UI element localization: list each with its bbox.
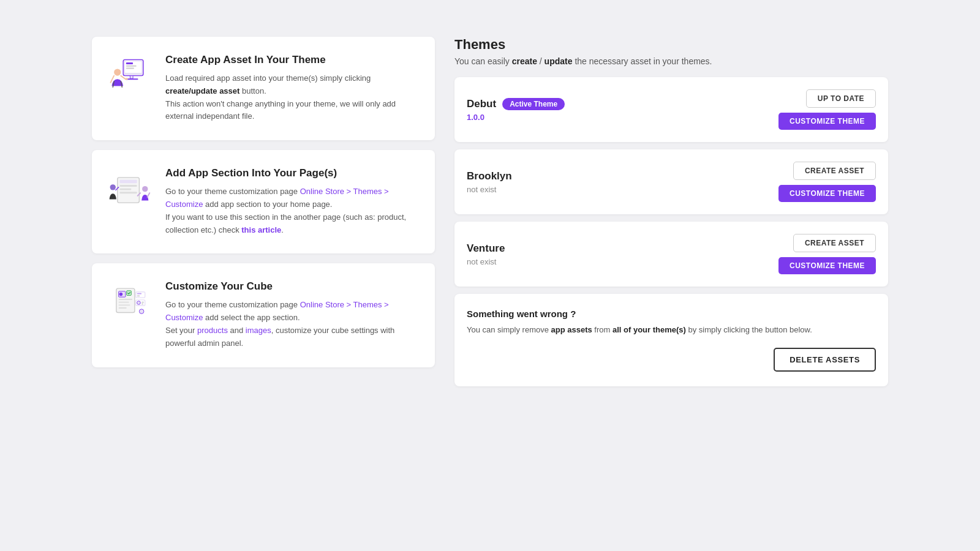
delete-assets-button[interactable]: DELETE ASSETS [774, 348, 876, 372]
something-wrong-card: Something went wrong ? You can simply re… [454, 294, 888, 386]
svg-rect-26 [137, 296, 140, 297]
theme-debut-info: Debut Active Theme 1.0.0 [467, 98, 565, 122]
theme-brooklyn-actions: CREATE ASSET CUSTOMIZE THEME [778, 162, 876, 202]
add-section-text: Go to your theme customization page Onli… [165, 186, 418, 236]
images-link[interactable]: images [246, 326, 271, 335]
left-column: Create App Asset In Your Theme Load requ… [92, 37, 435, 386]
theme-debut-version: 1.0.0 [467, 113, 565, 122]
online-store-link-1[interactable]: Online Store > Themes > Customize [165, 187, 389, 209]
brooklyn-create-asset-button[interactable]: CREATE ASSET [793, 162, 876, 180]
page-wrapper: Create App Asset In Your Theme Load requ… [92, 37, 888, 386]
svg-rect-10 [119, 180, 137, 184]
debut-name-text: Debut [467, 98, 496, 110]
brooklyn-customize-button[interactable]: CUSTOMIZE THEME [778, 185, 876, 202]
customize-cube-card: Customize Your Cube Go to your theme cus… [92, 263, 435, 367]
svg-rect-12 [119, 189, 131, 190]
svg-point-7 [114, 69, 121, 75]
svg-point-15 [142, 186, 148, 192]
active-theme-badge: Active Theme [502, 98, 565, 110]
theme-brooklyn-info: Brooklyn not exist [467, 170, 512, 194]
create-asset-title: Create App Asset In Your Theme [165, 54, 418, 66]
svg-point-31 [139, 309, 144, 314]
create-asset-card: Create App Asset In Your Theme Load requ… [92, 37, 435, 140]
theme-venture-name: Venture [467, 242, 505, 255]
all-themes-bold: all of your theme(s) [612, 325, 686, 334]
create-asset-content: Create App Asset In Your Theme Load requ… [165, 54, 418, 123]
svg-rect-4 [126, 68, 134, 69]
create-asset-bold: create/update asset [165, 86, 239, 96]
venture-create-asset-button[interactable]: CREATE ASSET [793, 234, 876, 252]
theme-venture-info: Venture not exist [467, 242, 505, 266]
create-asset-text: Load required app asset into your theme(… [165, 72, 418, 123]
right-column: Themes You can easily create / update th… [454, 37, 888, 386]
svg-rect-25 [137, 293, 141, 294]
add-section-card: Add App Section Into Your Page(s) Go to … [92, 150, 435, 253]
add-section-content: Add App Section Into Your Page(s) Go to … [165, 167, 418, 236]
something-wrong-actions: DELETE ASSETS [467, 348, 876, 372]
svg-rect-24 [135, 292, 145, 298]
themes-title: Themes [454, 37, 888, 53]
create-asset-illustration [104, 54, 153, 100]
svg-rect-22 [118, 307, 126, 309]
add-section-illustration [104, 167, 153, 213]
customize-cube-title: Customize Your Cube [165, 280, 418, 293]
subtitle-update: update [545, 56, 573, 66]
theme-venture-status: not exist [467, 257, 505, 266]
svg-rect-5 [130, 76, 133, 79]
up-to-date-button[interactable]: UP TO DATE [806, 89, 876, 108]
svg-rect-2 [126, 62, 132, 64]
customize-cube-text: Go to your theme customization page Onli… [165, 299, 418, 350]
svg-point-28 [137, 301, 140, 305]
svg-rect-8 [125, 78, 127, 80]
theme-brooklyn-status: not exist [467, 185, 512, 194]
theme-brooklyn-name: Brooklyn [467, 170, 512, 182]
brooklyn-name-text: Brooklyn [467, 170, 512, 182]
debut-customize-button[interactable]: CUSTOMIZE THEME [778, 113, 876, 130]
customize-cube-content: Customize Your Cube Go to your theme cus… [165, 280, 418, 350]
svg-rect-19 [118, 299, 132, 300]
subtitle-create: create [512, 56, 537, 66]
venture-name-text: Venture [467, 242, 505, 255]
this-article-link[interactable]: this article [241, 225, 281, 234]
svg-rect-21 [118, 305, 130, 306]
svg-rect-13 [119, 192, 137, 194]
svg-rect-29 [141, 302, 144, 303]
theme-debut-name: Debut Active Theme [467, 98, 565, 110]
customize-cube-illustration [104, 280, 153, 326]
svg-rect-30 [141, 304, 143, 305]
venture-customize-button[interactable]: CUSTOMIZE THEME [778, 257, 876, 274]
products-link[interactable]: products [197, 326, 228, 335]
online-store-link-2[interactable]: Online Store > Themes > Customize [165, 300, 389, 322]
theme-debut-actions: UP TO DATE CUSTOMIZE THEME [778, 89, 876, 130]
app-assets-bold: app assets [551, 325, 592, 334]
svg-rect-3 [126, 66, 136, 67]
something-wrong-text: You can simply remove app assets from al… [467, 324, 876, 337]
themes-subtitle: You can easily create / update the neces… [454, 56, 888, 66]
svg-point-18 [119, 293, 123, 296]
theme-brooklyn-card: Brooklyn not exist CREATE ASSET CUSTOMIZ… [454, 149, 888, 214]
add-section-title: Add App Section Into Your Page(s) [165, 167, 418, 179]
svg-rect-11 [119, 185, 137, 187]
svg-point-14 [110, 184, 115, 190]
svg-rect-20 [118, 302, 129, 303]
theme-venture-actions: CREATE ASSET CUSTOMIZE THEME [778, 234, 876, 274]
something-wrong-title: Something went wrong ? [467, 309, 876, 319]
theme-debut-card: Debut Active Theme 1.0.0 UP TO DATE CUST… [454, 77, 888, 142]
theme-venture-card: Venture not exist CREATE ASSET CUSTOMIZE… [454, 222, 888, 287]
